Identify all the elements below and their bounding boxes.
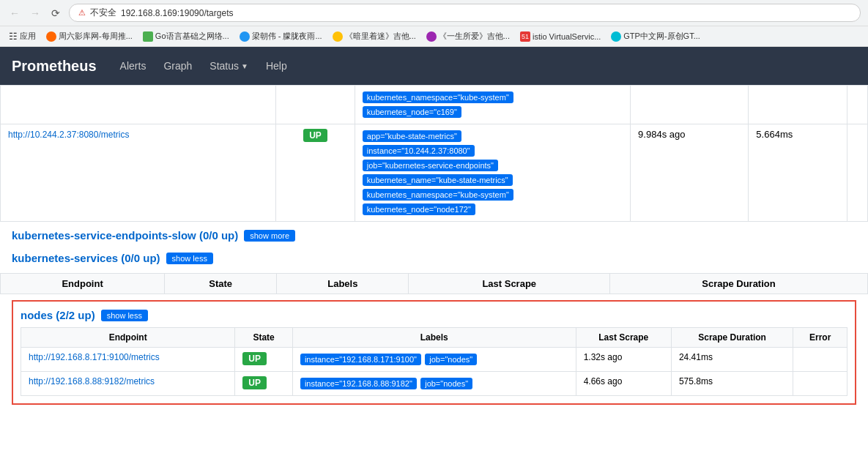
nodes-title[interactable]: nodes (2/2 up) [21,309,95,321]
label-tag: job="nodes" [425,354,477,365]
nodes-labels-1: instance="192.168.8.171:9100" job="nodes… [292,348,576,372]
state-badge: UP [303,129,327,142]
bookmark-3[interactable]: 梁朝伟 - 朦胧夜雨... [237,29,325,43]
nav-graph[interactable]: Graph [155,50,201,82]
nodes-header: nodes (2/2 up) show less [21,309,847,321]
scrape-duration-cell: 5.664ms [749,124,847,222]
security-icon: ⚠ [78,8,86,18]
nodes-state-1: UP [235,348,293,372]
bookmark-6[interactable]: 51 istio VirtualServic... [517,30,604,43]
error-cell-empty [847,86,867,124]
nodes-labels-2: instance="192.168.8.88:9182" job="nodes" [292,372,576,396]
state-cell: UP [276,124,355,222]
nodes-section-box: nodes (2/2 up) show less Endpoint State … [12,300,856,405]
last-scrape-cell-empty [631,86,749,124]
section-title-slow[interactable]: kubernetes-service-endpoints-slow (0/0 u… [12,229,238,242]
forward-button[interactable]: → [28,6,42,20]
label-tag: instance="192.168.8.88:9182" [300,378,417,389]
error-cell [847,124,867,222]
bookmark-4[interactable]: 《暗里着迷》吉他... [330,29,419,43]
brand-title: Prometheus [12,58,97,75]
nodes-error-2 [793,372,847,396]
apps-icon: ☷ [9,31,18,42]
state-badge: UP [242,376,267,389]
bookmark-icon-2 [143,31,153,42]
security-label: 不安全 [90,7,116,19]
label-tag: kubernetes_node="c169" [363,106,461,118]
bookmark-icon-3 [240,31,250,42]
bookmark-icon-1 [46,31,56,42]
label-tag: instance="10.244.2.37:8080" [363,145,475,157]
nodes-endpoint-2: http://192.168.8.88:9182/metrics [21,372,235,396]
bookmark-icon-7 [611,31,621,42]
nav-alerts[interactable]: Alerts [111,50,155,82]
label-tag: kubernetes_node="node172" [363,203,475,215]
nodes-endpoint-link-1[interactable]: http://192.168.8.171:9100/metrics [29,352,160,362]
label-tag: app="kube-state-metrics" [363,130,461,142]
nodes-endpoint-link-2[interactable]: http://192.168.8.88:9182/metrics [29,376,155,386]
show-less-button-nodes[interactable]: show less [101,310,148,321]
bookmarks-bar: ☷ 应用 周六影库网-每周推... Go语言基础之网络... 梁朝伟 - 朦胧夜… [0,26,868,47]
bookmark-2[interactable]: Go语言基础之网络... [140,29,232,43]
nodes-state-2: UP [235,372,293,396]
browser-bar: ← → ⟳ ⚠ 不安全 192.168.8.169:19090/targets [0,0,868,26]
inner-col-labels: Labels [292,328,576,348]
nodes-inner-table: Endpoint State Labels Last Scrape Scrape… [21,327,847,396]
nav-status[interactable]: Status ▼ [201,50,257,82]
nodes-last-scrape-1: 1.32s ago [576,348,671,372]
bookmark-icon-5 [426,31,437,42]
main-table: Endpoint State Labels Last Scrape Scrape… [0,273,868,294]
url-text: 192.168.8.169:19090/targets [121,8,233,18]
bookmark-icon-4 [333,31,343,42]
labels-cell-2: app="kube-state-metrics" instance="10.24… [355,124,630,222]
label-tag: job="nodes" [420,378,472,389]
col-labels: Labels [277,274,409,294]
nodes-endpoint-1: http://192.168.8.171:9100/metrics [21,348,235,372]
section-header-slow: kubernetes-service-endpoints-slow (0/0 u… [0,222,868,244]
show-less-button-services[interactable]: show less [166,253,213,264]
nodes-error-1 [793,348,847,372]
scrape-duration-cell-empty [749,86,847,124]
state-cell-empty [276,86,355,124]
nav-help[interactable]: Help [257,50,296,82]
col-scrape-duration: Scrape Duration [609,274,867,294]
top-partial-table: kubernetes_namespace="kube-system" kuber… [0,85,868,222]
labels-cell-1: kubernetes_namespace="kube-system" kuber… [355,86,630,124]
state-badge: UP [242,352,267,365]
address-bar[interactable]: ⚠ 不安全 192.168.8.169:19090/targets [69,4,861,22]
nodes-scrape-duration-1: 24.41ms [671,348,793,372]
bookmark-icon-6: 51 [520,31,530,42]
table-header-row: Endpoint State Labels Last Scrape Scrape… [1,274,868,294]
nodes-scrape-duration-2: 575.8ms [671,372,793,396]
col-endpoint: Endpoint [1,274,165,294]
inner-col-state: State [235,328,293,348]
bookmark-apps[interactable]: ☷ 应用 [6,29,39,43]
section-title-services[interactable]: kubernetes-services (0/0 up) [12,252,160,264]
back-button[interactable]: ← [7,6,22,20]
nodes-last-scrape-2: 4.66s ago [576,372,671,396]
refresh-button[interactable]: ⟳ [48,6,63,20]
endpoint-link[interactable]: http://10.244.2.37:8080/metrics [8,130,129,140]
endpoint-cell: http://10.244.2.37:8080/metrics [1,124,276,222]
main-content: kubernetes_namespace="kube-system" kuber… [0,85,868,405]
navbar: Prometheus Alerts Graph Status ▼ Help [0,47,868,85]
label-tag: kubernetes_name="kube-state-metrics" [363,174,513,186]
bookmark-1[interactable]: 周六影库网-每周推... [43,29,136,43]
inner-col-endpoint: Endpoint [21,328,235,348]
show-more-button[interactable]: show more [244,230,295,242]
bookmark-5[interactable]: 《一生所爱》吉他... [423,29,513,43]
inner-col-scrape-duration: Scrape Duration [671,328,793,348]
nodes-row-1: http://192.168.8.171:9100/metrics UP ins… [21,348,847,372]
bookmark-7[interactable]: GTP中文网-原创GT... [608,29,703,43]
chevron-down-icon: ▼ [241,62,248,70]
col-state: State [165,274,277,294]
table-row: kubernetes_namespace="kube-system" kuber… [1,86,868,124]
inner-col-error: Error [793,328,847,348]
inner-table-header-row: Endpoint State Labels Last Scrape Scrape… [21,328,847,348]
label-tag: kubernetes_namespace="kube-system" [363,91,513,103]
inner-col-last-scrape: Last Scrape [576,328,671,348]
last-scrape-cell: 9.984s ago [631,124,749,222]
col-last-scrape: Last Scrape [409,274,610,294]
nodes-row-2: http://192.168.8.88:9182/metrics UP inst… [21,372,847,396]
table-row: http://10.244.2.37:8080/metrics UP app="… [1,124,868,222]
